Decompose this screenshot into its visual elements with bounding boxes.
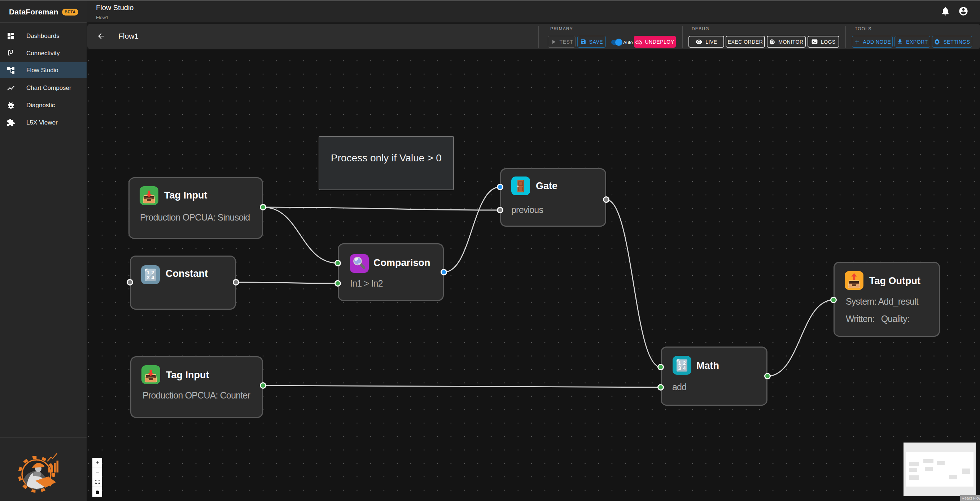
- svg-text:4: 4: [682, 365, 686, 371]
- svg-text:3: 3: [678, 365, 681, 371]
- svg-text:4: 4: [151, 275, 154, 281]
- svg-text:3: 3: [146, 275, 150, 281]
